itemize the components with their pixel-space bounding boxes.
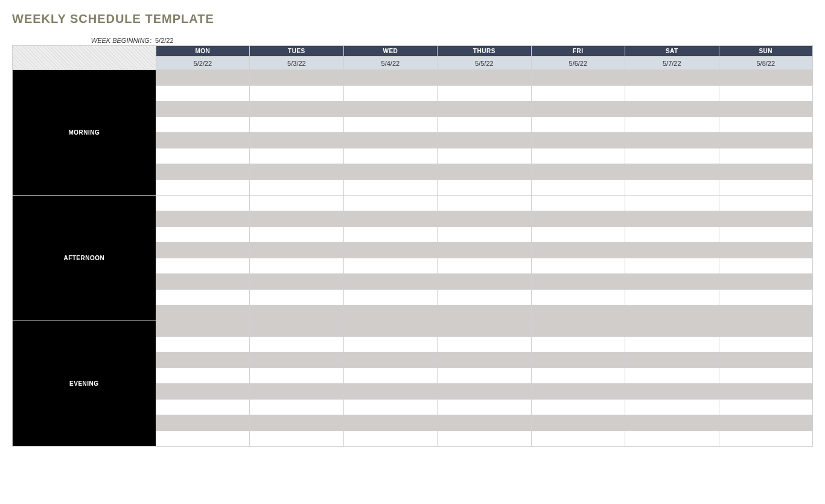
schedule-cell[interactable] bbox=[719, 352, 812, 368]
schedule-cell[interactable] bbox=[625, 133, 719, 148]
schedule-cell[interactable] bbox=[531, 352, 625, 368]
schedule-cell[interactable] bbox=[719, 196, 812, 211]
schedule-cell[interactable] bbox=[438, 400, 531, 415]
schedule-cell[interactable] bbox=[343, 368, 437, 384]
schedule-cell[interactable] bbox=[343, 243, 437, 258]
schedule-cell[interactable] bbox=[719, 431, 812, 447]
schedule-cell[interactable] bbox=[625, 117, 719, 133]
schedule-cell[interactable] bbox=[343, 86, 437, 101]
schedule-cell[interactable] bbox=[156, 164, 249, 180]
schedule-cell[interactable] bbox=[156, 431, 249, 447]
schedule-cell[interactable] bbox=[625, 337, 719, 352]
schedule-cell[interactable] bbox=[719, 274, 812, 290]
schedule-cell[interactable] bbox=[531, 86, 625, 101]
schedule-cell[interactable] bbox=[438, 86, 531, 101]
schedule-cell[interactable] bbox=[625, 243, 719, 258]
schedule-cell[interactable] bbox=[438, 321, 531, 337]
schedule-cell[interactable] bbox=[531, 368, 625, 384]
schedule-cell[interactable] bbox=[625, 258, 719, 274]
schedule-cell[interactable] bbox=[531, 337, 625, 352]
schedule-cell[interactable] bbox=[156, 337, 249, 352]
schedule-cell[interactable] bbox=[625, 274, 719, 290]
schedule-cell[interactable] bbox=[156, 368, 249, 384]
schedule-cell[interactable] bbox=[625, 431, 719, 447]
schedule-cell[interactable] bbox=[438, 431, 531, 447]
schedule-cell[interactable] bbox=[719, 400, 812, 415]
schedule-cell[interactable] bbox=[250, 117, 343, 133]
schedule-cell[interactable] bbox=[250, 384, 343, 400]
schedule-cell[interactable] bbox=[156, 101, 249, 117]
schedule-cell[interactable] bbox=[250, 101, 343, 117]
schedule-cell[interactable] bbox=[250, 164, 343, 180]
schedule-cell[interactable] bbox=[156, 321, 249, 337]
schedule-cell[interactable] bbox=[625, 400, 719, 415]
schedule-cell[interactable] bbox=[719, 258, 812, 274]
schedule-cell[interactable] bbox=[156, 196, 249, 211]
schedule-cell[interactable] bbox=[531, 70, 625, 86]
schedule-cell[interactable] bbox=[438, 196, 531, 211]
schedule-cell[interactable] bbox=[719, 337, 812, 352]
schedule-cell[interactable] bbox=[343, 148, 437, 164]
schedule-cell[interactable] bbox=[343, 227, 437, 243]
schedule-cell[interactable] bbox=[625, 305, 719, 321]
schedule-cell[interactable] bbox=[531, 258, 625, 274]
schedule-cell[interactable] bbox=[625, 180, 719, 196]
schedule-cell[interactable] bbox=[343, 101, 437, 117]
schedule-cell[interactable] bbox=[343, 117, 437, 133]
schedule-cell[interactable] bbox=[343, 305, 437, 321]
schedule-cell[interactable] bbox=[156, 305, 249, 321]
schedule-cell[interactable] bbox=[625, 164, 719, 180]
schedule-cell[interactable] bbox=[343, 337, 437, 352]
schedule-cell[interactable] bbox=[343, 290, 437, 305]
schedule-cell[interactable] bbox=[719, 101, 812, 117]
schedule-cell[interactable] bbox=[156, 148, 249, 164]
schedule-cell[interactable] bbox=[343, 321, 437, 337]
schedule-cell[interactable] bbox=[438, 164, 531, 180]
schedule-cell[interactable] bbox=[250, 337, 343, 352]
schedule-cell[interactable] bbox=[156, 384, 249, 400]
schedule-cell[interactable] bbox=[438, 180, 531, 196]
schedule-cell[interactable] bbox=[343, 133, 437, 148]
schedule-cell[interactable] bbox=[343, 70, 437, 86]
schedule-cell[interactable] bbox=[250, 180, 343, 196]
schedule-cell[interactable] bbox=[531, 415, 625, 431]
schedule-cell[interactable] bbox=[438, 368, 531, 384]
schedule-cell[interactable] bbox=[156, 243, 249, 258]
schedule-cell[interactable] bbox=[343, 164, 437, 180]
schedule-cell[interactable] bbox=[156, 227, 249, 243]
schedule-cell[interactable] bbox=[531, 321, 625, 337]
schedule-cell[interactable] bbox=[438, 384, 531, 400]
schedule-cell[interactable] bbox=[250, 86, 343, 101]
schedule-cell[interactable] bbox=[250, 368, 343, 384]
schedule-cell[interactable] bbox=[531, 164, 625, 180]
schedule-cell[interactable] bbox=[438, 211, 531, 227]
schedule-cell[interactable] bbox=[438, 258, 531, 274]
schedule-cell[interactable] bbox=[625, 321, 719, 337]
schedule-cell[interactable] bbox=[438, 290, 531, 305]
schedule-cell[interactable] bbox=[250, 290, 343, 305]
schedule-cell[interactable] bbox=[343, 211, 437, 227]
schedule-cell[interactable] bbox=[719, 305, 812, 321]
schedule-cell[interactable] bbox=[156, 400, 249, 415]
schedule-cell[interactable] bbox=[531, 180, 625, 196]
schedule-cell[interactable] bbox=[343, 180, 437, 196]
schedule-cell[interactable] bbox=[250, 352, 343, 368]
schedule-cell[interactable] bbox=[156, 415, 249, 431]
schedule-cell[interactable] bbox=[625, 70, 719, 86]
schedule-cell[interactable] bbox=[250, 196, 343, 211]
schedule-cell[interactable] bbox=[625, 290, 719, 305]
schedule-cell[interactable] bbox=[156, 258, 249, 274]
schedule-cell[interactable] bbox=[719, 180, 812, 196]
schedule-cell[interactable] bbox=[625, 148, 719, 164]
schedule-cell[interactable] bbox=[250, 258, 343, 274]
schedule-cell[interactable] bbox=[438, 70, 531, 86]
schedule-cell[interactable] bbox=[250, 211, 343, 227]
schedule-cell[interactable] bbox=[156, 274, 249, 290]
schedule-cell[interactable] bbox=[625, 227, 719, 243]
schedule-cell[interactable] bbox=[156, 117, 249, 133]
schedule-cell[interactable] bbox=[343, 352, 437, 368]
schedule-cell[interactable] bbox=[719, 227, 812, 243]
schedule-cell[interactable] bbox=[438, 352, 531, 368]
schedule-cell[interactable] bbox=[250, 133, 343, 148]
schedule-cell[interactable] bbox=[438, 305, 531, 321]
